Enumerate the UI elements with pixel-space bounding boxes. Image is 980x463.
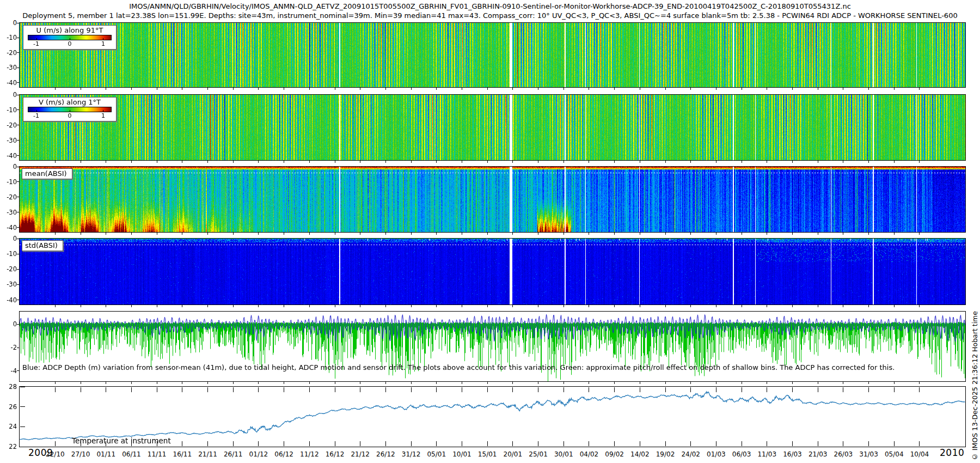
x-tick-mark [436, 387, 437, 392]
x-tick-mark [716, 387, 716, 392]
x-tick-mark [157, 233, 157, 235]
x-tick-mark [843, 233, 843, 235]
u-colorbar-tick-labels: -1 0 1 [28, 40, 112, 47]
y-tick-label: -40 [0, 296, 17, 304]
y-tick-mark [17, 348, 19, 348]
x-tick-mark [436, 88, 437, 90]
y-tick-label: 26 [0, 403, 17, 411]
x-tick-mark [512, 441, 513, 446]
x-tick-mark [131, 305, 132, 307]
x-tick-mark [868, 305, 869, 307]
v-velocity-panel: V (m/s) along 1°T -1 0 1 [19, 94, 966, 161]
y-tick-mark [17, 181, 19, 182]
x-tick-mark [309, 305, 310, 307]
y-tick-label: -10 [0, 34, 17, 41]
x-tick-mark [894, 233, 895, 235]
x-tick-label: 11/03 [757, 450, 776, 458]
x-tick-mark [182, 441, 182, 446]
x-tick-mark [131, 233, 132, 235]
x-tick-mark [919, 441, 920, 446]
x-tick-mark [182, 305, 182, 307]
x-tick-label: 20/01 [504, 450, 523, 458]
x-tick-mark [335, 387, 335, 392]
x-tick-label: 25/01 [529, 450, 548, 458]
y-tick-label: 0 [0, 91, 17, 99]
x-tick-mark [742, 88, 742, 90]
x-tick-mark [182, 233, 182, 235]
x-tick-mark [589, 161, 589, 163]
x-tick-mark [106, 382, 106, 384]
x-tick-mark [716, 233, 716, 235]
x-tick-mark [81, 382, 81, 384]
x-tick-mark [538, 305, 538, 307]
x-tick-label: 05/01 [427, 450, 446, 458]
x-tick-mark [462, 387, 462, 392]
x-tick-mark [335, 441, 335, 446]
x-tick-mark [767, 161, 767, 163]
x-tick-mark [487, 161, 488, 163]
x-tick-mark [767, 441, 767, 446]
x-tick-mark [589, 382, 589, 384]
x-tick-mark [335, 233, 335, 235]
x-tick-mark [665, 387, 666, 392]
y-tick-mark [17, 284, 19, 285]
x-tick-mark [233, 305, 234, 307]
temperature-panel: Temperature at instrument [19, 386, 966, 447]
u-colorbar-tick: -1 [33, 40, 39, 47]
x-tick-mark [106, 161, 106, 163]
y-tick-label: 28 [0, 383, 17, 391]
x-tick-label: 09/02 [605, 450, 624, 458]
x-tick-mark [258, 161, 259, 163]
x-tick-mark [868, 88, 869, 90]
x-tick-mark [81, 387, 81, 392]
x-tick-mark [233, 88, 234, 90]
y-tick-mark [17, 167, 19, 167]
x-tick-mark [106, 387, 106, 392]
x-tick-mark [436, 382, 437, 384]
y-tick-mark [17, 197, 19, 197]
y-tick-label: -40 [0, 152, 17, 160]
x-tick-mark [843, 382, 843, 384]
x-tick-mark [538, 161, 538, 163]
x-tick-label: 31/12 [402, 450, 421, 458]
x-tick-mark [742, 161, 742, 163]
x-tick-mark [894, 387, 895, 392]
x-tick-mark [767, 382, 767, 384]
x-tick-mark [868, 382, 869, 384]
x-tick-label: 11/11 [148, 450, 167, 458]
x-tick-mark [564, 441, 564, 446]
x-tick-mark [487, 88, 488, 90]
x-tick-mark [716, 88, 716, 90]
x-tick-mark [792, 382, 793, 384]
x-tick-mark [207, 233, 208, 235]
x-tick-mark [157, 305, 157, 307]
x-tick-mark [868, 441, 869, 446]
u-colorbar-title: U (m/s) along 91°T [28, 26, 112, 34]
x-tick-mark [360, 88, 360, 90]
x-tick-mark [207, 382, 208, 384]
y-tick-label: -30 [0, 209, 17, 216]
x-tick-mark [512, 387, 513, 392]
y-tick-mark [17, 300, 19, 300]
x-tick-mark [818, 387, 818, 392]
x-tick-mark [487, 441, 488, 446]
x-tick-mark [106, 88, 106, 90]
x-tick-mark [690, 233, 691, 235]
x-tick-mark [207, 387, 208, 392]
u-colorbar-tick: 0 [68, 40, 72, 47]
y-tick-mark [17, 254, 19, 254]
x-tick-mark [868, 387, 869, 392]
x-tick-mark [767, 88, 767, 90]
x-tick-mark [818, 305, 818, 307]
y-tick-label: -2 [0, 344, 17, 351]
x-tick-mark [411, 387, 412, 392]
x-tick-mark [436, 441, 437, 446]
adcp-diagnostic-figure: IMOS/ANMN/QLD/GBRHIN/Velocity/IMOS_ANMN-… [0, 0, 980, 463]
y-tick-label: -10 [0, 178, 17, 186]
x-tick-mark [131, 382, 132, 384]
u-colorbar-tick: 1 [101, 40, 105, 47]
x-tick-mark [284, 441, 284, 446]
v-velocity-heatmap [20, 95, 965, 160]
y-tick-label: 0 [0, 19, 17, 27]
x-tick-mark [81, 88, 81, 90]
